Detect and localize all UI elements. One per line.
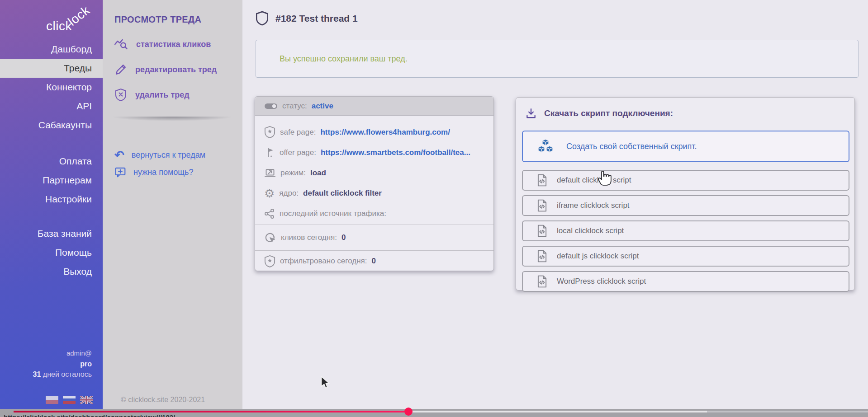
clicklock-logo: click lock: [0, 8, 103, 40]
shield-star-icon: [264, 255, 275, 267]
copyright-text: © clicklock.site 2020-2021: [121, 396, 205, 404]
mode-row: режим: load: [255, 163, 493, 183]
thread-view-panel: ПРОСМОТР ТРЕДА статистика кликов редакти…: [103, 0, 242, 409]
action-label: удалить тред: [135, 90, 190, 100]
sidebar-item-partners[interactable]: Партнерам: [0, 171, 103, 190]
action-edit-thread[interactable]: редактировать тред: [114, 63, 217, 76]
button-label: iframe clicklock script: [557, 201, 630, 210]
code-file-icon: [536, 250, 548, 262]
video-progress-handle[interactable]: [404, 408, 413, 416]
video-player-strip: https://clicklock.site/dashboard/connect…: [0, 409, 868, 417]
code-file-icon: [536, 199, 548, 212]
share-icon: [264, 208, 275, 219]
link-back-to-threads[interactable]: ↶ вернуться к тредам: [114, 150, 205, 160]
status-card-header: статус: active: [255, 97, 493, 116]
create-custom-script-button[interactable]: Создать свой собственный скрипт.: [522, 131, 849, 162]
download-script-card: Скачать скрипт подключения: Создать свой…: [516, 97, 855, 290]
offer-page-row: offer page: https://www.smartbets.com/fo…: [255, 142, 493, 163]
pencil-icon: [114, 63, 127, 76]
shield-icon: [256, 11, 268, 26]
sidebar-item-help[interactable]: Помощь: [0, 243, 103, 262]
video-progress-buffered[interactable]: [408, 411, 707, 412]
safe-page-url[interactable]: https://www.flowers4hamburg.com/: [320, 128, 450, 137]
row-label: offer page:: [280, 148, 316, 157]
shield-x-icon: [114, 89, 127, 101]
sidebar-item-payment[interactable]: Оплата: [0, 152, 103, 171]
sidebar-item-api[interactable]: API: [0, 97, 103, 116]
download-title-text: Скачать скрипт подключения:: [544, 108, 673, 118]
default-js-clicklock-script-button[interactable]: default js clicklock script: [522, 246, 849, 267]
link-label: вернуться к тредам: [132, 150, 205, 160]
sidebar-item-dashboard[interactable]: Дашборд: [0, 40, 103, 59]
button-label: Создать свой собственный скрипт.: [566, 142, 697, 151]
safe-page-row: safe page: https://www.flowers4hamburg.c…: [255, 122, 493, 142]
thread-header: #182 Test thread 1: [256, 11, 358, 26]
sidebar-item-connector[interactable]: Коннектор: [0, 78, 103, 97]
button-label: default clicklock script: [557, 176, 631, 185]
row-label: ядро:: [279, 189, 299, 198]
laptop-arrow-icon: [264, 168, 276, 178]
link-label: нужна помощь?: [133, 168, 193, 177]
core-value: default clicklock filter: [303, 189, 382, 198]
shield-star-icon: [264, 126, 275, 138]
sidebar-item-threads[interactable]: Треды: [0, 59, 103, 78]
panel-section-shadow: [111, 117, 234, 121]
gear-icon: ⚙: [264, 188, 275, 199]
action-delete-thread[interactable]: удалить тред: [114, 89, 190, 101]
sidebar-item-subaccounts[interactable]: Сабакаунты: [0, 116, 103, 135]
local-clicklock-script-button[interactable]: local clicklock script: [522, 220, 849, 241]
offer-page-url[interactable]: https://www.smartbets.com/football/tea..…: [321, 148, 470, 157]
clicks-today-row: кликов сегодня: 0: [255, 225, 493, 250]
clicks-today-value: 0: [342, 233, 346, 242]
russia-flag-icon[interactable]: [63, 396, 76, 404]
last-traffic-source-row: последний источник трафика:: [255, 203, 493, 224]
video-progress-played[interactable]: [14, 411, 404, 412]
undo-icon: ↶: [114, 150, 124, 160]
sidebar-item-logout[interactable]: Выход: [0, 262, 103, 281]
cubes-icon: [536, 138, 555, 155]
row-label: safe page:: [280, 128, 316, 137]
user-info: admin@ pro 31 дней осталось: [33, 348, 92, 380]
sidebar-nav-billing: Оплата Партнерам Настройки: [0, 152, 103, 209]
user-plan-badge: pro: [33, 359, 92, 369]
app-window: click lock Дашборд Треды Коннектор API С…: [0, 0, 868, 417]
status-card-rows: safe page: https://www.flowers4hamburg.c…: [255, 122, 493, 224]
wordpress-clicklock-script-button[interactable]: WordPress clicklock script: [522, 271, 849, 292]
iframe-clicklock-script-button[interactable]: iframe clicklock script: [522, 195, 849, 216]
download-icon: [525, 108, 537, 119]
stat-label: кликов сегодня:: [281, 233, 337, 242]
stats-search-icon: [114, 37, 128, 51]
action-label: редактировать тред: [135, 65, 217, 75]
alert-message: Вы успешно сохранили ваш тред.: [280, 54, 408, 64]
default-clicklock-script-button[interactable]: default clicklock script: [522, 170, 849, 191]
days-text: дней осталось: [41, 370, 92, 378]
code-file-icon: [536, 275, 548, 288]
button-label: local clicklock script: [557, 226, 624, 235]
success-alert: Вы успешно сохранили ваш тред.: [256, 40, 859, 78]
days-number: 31: [33, 370, 41, 378]
code-file-icon: [536, 174, 548, 187]
sidebar-item-settings[interactable]: Настройки: [0, 190, 103, 209]
video-progress-remaining[interactable]: [707, 411, 868, 412]
toggle-icon: [264, 102, 278, 110]
row-label: режим:: [280, 169, 306, 178]
link-need-help[interactable]: нужна помощь?: [114, 166, 193, 178]
uk-flag-icon[interactable]: [80, 396, 93, 404]
code-file-icon: [536, 225, 548, 237]
row-label: последний источник трафика:: [280, 209, 386, 218]
action-label: статистика кликов: [136, 40, 211, 49]
sidebar-item-knowledge-base[interactable]: База знаний: [0, 224, 103, 243]
status-value: active: [312, 102, 333, 111]
sidebar-nav-help: База знаний Помощь Выход: [0, 224, 103, 281]
subscription-days-left: 31 дней осталось: [33, 369, 92, 380]
status-label: статус:: [282, 102, 307, 111]
thread-status-card: статус: active safe page: https://www.fl…: [255, 96, 494, 271]
browser-status-url: https://clicklock.site/dashboard/connect…: [4, 413, 175, 417]
filtered-today-row: отфильтровано сегодня: 0: [255, 250, 493, 272]
panel-title: ПРОСМОТР ТРЕДА: [114, 14, 201, 25]
action-click-stats[interactable]: статистика кликов: [114, 37, 211, 51]
stat-label: отфильтровано сегодня:: [280, 257, 367, 266]
core-row: ⚙ ядро: default clicklock filter: [255, 183, 493, 203]
thread-title: #182 Test thread 1: [275, 13, 358, 24]
poland-flag-icon[interactable]: [46, 396, 58, 404]
